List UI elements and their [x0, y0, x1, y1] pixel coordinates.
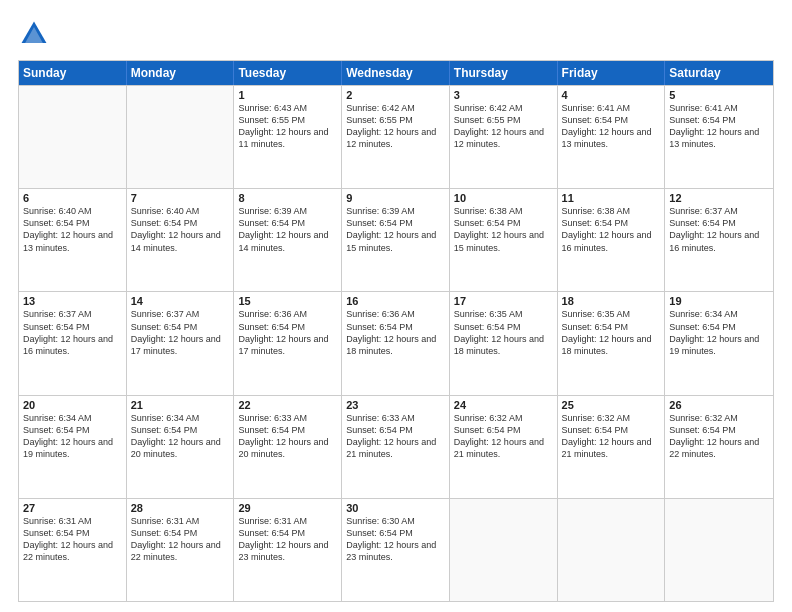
day-cell-empty-0-0 [19, 86, 127, 188]
day-number: 10 [454, 192, 553, 204]
day-number: 16 [346, 295, 445, 307]
weekday-header-sunday: Sunday [19, 61, 127, 85]
day-cell-19: 19Sunrise: 6:34 AM Sunset: 6:54 PM Dayli… [665, 292, 773, 394]
weekday-header-wednesday: Wednesday [342, 61, 450, 85]
day-number: 29 [238, 502, 337, 514]
day-number: 19 [669, 295, 769, 307]
day-info: Sunrise: 6:41 AM Sunset: 6:54 PM Dayligh… [669, 102, 769, 151]
day-cell-5: 5Sunrise: 6:41 AM Sunset: 6:54 PM Daylig… [665, 86, 773, 188]
weekday-header-thursday: Thursday [450, 61, 558, 85]
day-cell-6: 6Sunrise: 6:40 AM Sunset: 6:54 PM Daylig… [19, 189, 127, 291]
day-number: 15 [238, 295, 337, 307]
day-number: 17 [454, 295, 553, 307]
calendar: SundayMondayTuesdayWednesdayThursdayFrid… [18, 60, 774, 602]
day-info: Sunrise: 6:39 AM Sunset: 6:54 PM Dayligh… [346, 205, 445, 254]
logo-icon [18, 18, 50, 50]
weekday-header-monday: Monday [127, 61, 235, 85]
calendar-header: SundayMondayTuesdayWednesdayThursdayFrid… [19, 61, 773, 85]
day-number: 22 [238, 399, 337, 411]
day-cell-1: 1Sunrise: 6:43 AM Sunset: 6:55 PM Daylig… [234, 86, 342, 188]
day-info: Sunrise: 6:40 AM Sunset: 6:54 PM Dayligh… [23, 205, 122, 254]
day-number: 25 [562, 399, 661, 411]
calendar-row-2: 6Sunrise: 6:40 AM Sunset: 6:54 PM Daylig… [19, 188, 773, 291]
weekday-header-saturday: Saturday [665, 61, 773, 85]
day-number: 26 [669, 399, 769, 411]
day-info: Sunrise: 6:39 AM Sunset: 6:54 PM Dayligh… [238, 205, 337, 254]
day-info: Sunrise: 6:42 AM Sunset: 6:55 PM Dayligh… [346, 102, 445, 151]
day-cell-15: 15Sunrise: 6:36 AM Sunset: 6:54 PM Dayli… [234, 292, 342, 394]
day-number: 9 [346, 192, 445, 204]
day-number: 1 [238, 89, 337, 101]
day-cell-empty-0-1 [127, 86, 235, 188]
calendar-row-1: 1Sunrise: 6:43 AM Sunset: 6:55 PM Daylig… [19, 85, 773, 188]
day-info: Sunrise: 6:32 AM Sunset: 6:54 PM Dayligh… [669, 412, 769, 461]
day-number: 5 [669, 89, 769, 101]
day-cell-28: 28Sunrise: 6:31 AM Sunset: 6:54 PM Dayli… [127, 499, 235, 601]
day-cell-empty-4-4 [450, 499, 558, 601]
day-info: Sunrise: 6:41 AM Sunset: 6:54 PM Dayligh… [562, 102, 661, 151]
day-cell-11: 11Sunrise: 6:38 AM Sunset: 6:54 PM Dayli… [558, 189, 666, 291]
day-cell-3: 3Sunrise: 6:42 AM Sunset: 6:55 PM Daylig… [450, 86, 558, 188]
day-number: 4 [562, 89, 661, 101]
day-info: Sunrise: 6:38 AM Sunset: 6:54 PM Dayligh… [454, 205, 553, 254]
day-number: 6 [23, 192, 122, 204]
day-number: 7 [131, 192, 230, 204]
day-info: Sunrise: 6:35 AM Sunset: 6:54 PM Dayligh… [454, 308, 553, 357]
calendar-row-3: 13Sunrise: 6:37 AM Sunset: 6:54 PM Dayli… [19, 291, 773, 394]
day-cell-9: 9Sunrise: 6:39 AM Sunset: 6:54 PM Daylig… [342, 189, 450, 291]
day-cell-4: 4Sunrise: 6:41 AM Sunset: 6:54 PM Daylig… [558, 86, 666, 188]
day-number: 12 [669, 192, 769, 204]
day-cell-empty-4-6 [665, 499, 773, 601]
day-number: 24 [454, 399, 553, 411]
day-number: 2 [346, 89, 445, 101]
day-number: 23 [346, 399, 445, 411]
day-info: Sunrise: 6:30 AM Sunset: 6:54 PM Dayligh… [346, 515, 445, 564]
header [18, 18, 774, 50]
day-number: 28 [131, 502, 230, 514]
day-number: 13 [23, 295, 122, 307]
logo [18, 18, 54, 50]
day-cell-14: 14Sunrise: 6:37 AM Sunset: 6:54 PM Dayli… [127, 292, 235, 394]
day-number: 30 [346, 502, 445, 514]
day-info: Sunrise: 6:35 AM Sunset: 6:54 PM Dayligh… [562, 308, 661, 357]
day-cell-20: 20Sunrise: 6:34 AM Sunset: 6:54 PM Dayli… [19, 396, 127, 498]
day-cell-8: 8Sunrise: 6:39 AM Sunset: 6:54 PM Daylig… [234, 189, 342, 291]
weekday-header-friday: Friday [558, 61, 666, 85]
day-cell-7: 7Sunrise: 6:40 AM Sunset: 6:54 PM Daylig… [127, 189, 235, 291]
day-info: Sunrise: 6:43 AM Sunset: 6:55 PM Dayligh… [238, 102, 337, 151]
day-info: Sunrise: 6:36 AM Sunset: 6:54 PM Dayligh… [346, 308, 445, 357]
day-info: Sunrise: 6:34 AM Sunset: 6:54 PM Dayligh… [669, 308, 769, 357]
day-cell-18: 18Sunrise: 6:35 AM Sunset: 6:54 PM Dayli… [558, 292, 666, 394]
day-info: Sunrise: 6:31 AM Sunset: 6:54 PM Dayligh… [238, 515, 337, 564]
day-info: Sunrise: 6:42 AM Sunset: 6:55 PM Dayligh… [454, 102, 553, 151]
day-cell-10: 10Sunrise: 6:38 AM Sunset: 6:54 PM Dayli… [450, 189, 558, 291]
day-info: Sunrise: 6:36 AM Sunset: 6:54 PM Dayligh… [238, 308, 337, 357]
calendar-row-5: 27Sunrise: 6:31 AM Sunset: 6:54 PM Dayli… [19, 498, 773, 601]
day-cell-21: 21Sunrise: 6:34 AM Sunset: 6:54 PM Dayli… [127, 396, 235, 498]
day-info: Sunrise: 6:34 AM Sunset: 6:54 PM Dayligh… [23, 412, 122, 461]
day-number: 8 [238, 192, 337, 204]
day-cell-12: 12Sunrise: 6:37 AM Sunset: 6:54 PM Dayli… [665, 189, 773, 291]
day-info: Sunrise: 6:33 AM Sunset: 6:54 PM Dayligh… [346, 412, 445, 461]
day-cell-23: 23Sunrise: 6:33 AM Sunset: 6:54 PM Dayli… [342, 396, 450, 498]
day-number: 20 [23, 399, 122, 411]
day-info: Sunrise: 6:33 AM Sunset: 6:54 PM Dayligh… [238, 412, 337, 461]
day-number: 3 [454, 89, 553, 101]
day-info: Sunrise: 6:34 AM Sunset: 6:54 PM Dayligh… [131, 412, 230, 461]
day-cell-27: 27Sunrise: 6:31 AM Sunset: 6:54 PM Dayli… [19, 499, 127, 601]
day-info: Sunrise: 6:37 AM Sunset: 6:54 PM Dayligh… [131, 308, 230, 357]
day-number: 27 [23, 502, 122, 514]
weekday-header-tuesday: Tuesday [234, 61, 342, 85]
day-info: Sunrise: 6:32 AM Sunset: 6:54 PM Dayligh… [454, 412, 553, 461]
day-info: Sunrise: 6:31 AM Sunset: 6:54 PM Dayligh… [131, 515, 230, 564]
day-info: Sunrise: 6:37 AM Sunset: 6:54 PM Dayligh… [23, 308, 122, 357]
day-cell-16: 16Sunrise: 6:36 AM Sunset: 6:54 PM Dayli… [342, 292, 450, 394]
day-cell-22: 22Sunrise: 6:33 AM Sunset: 6:54 PM Dayli… [234, 396, 342, 498]
calendar-row-4: 20Sunrise: 6:34 AM Sunset: 6:54 PM Dayli… [19, 395, 773, 498]
day-number: 18 [562, 295, 661, 307]
day-cell-17: 17Sunrise: 6:35 AM Sunset: 6:54 PM Dayli… [450, 292, 558, 394]
day-cell-empty-4-5 [558, 499, 666, 601]
day-info: Sunrise: 6:31 AM Sunset: 6:54 PM Dayligh… [23, 515, 122, 564]
day-cell-25: 25Sunrise: 6:32 AM Sunset: 6:54 PM Dayli… [558, 396, 666, 498]
day-cell-29: 29Sunrise: 6:31 AM Sunset: 6:54 PM Dayli… [234, 499, 342, 601]
